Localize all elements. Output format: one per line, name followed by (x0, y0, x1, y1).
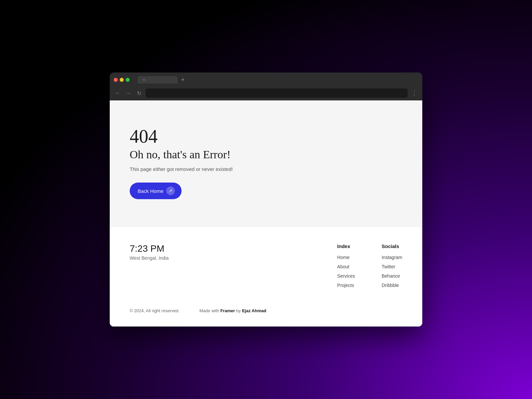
footer-instagram-link[interactable]: Instagram (382, 255, 402, 260)
list-item: About (337, 264, 355, 270)
footer-left: 7:23 PM West Bengal, India (130, 243, 169, 261)
browser-menu-button[interactable]: ⋮ (410, 89, 418, 97)
footer-bottom: © 2024, All right reserved. Made with Fr… (130, 308, 402, 313)
error-code: 404 (130, 127, 402, 146)
list-item: Services (337, 273, 355, 279)
footer-about-link[interactable]: About (337, 264, 349, 269)
tab-bar: × + (138, 76, 418, 84)
error-title: Oh no, that's an Error! (130, 148, 402, 161)
list-item: Behance (382, 273, 402, 279)
refresh-nav-button[interactable]: ↻ (135, 89, 143, 97)
footer-projects-link[interactable]: Projects (337, 283, 354, 288)
footer-index-heading: Index (337, 243, 355, 249)
maximize-button[interactable] (126, 78, 130, 82)
error-description: This page either got removed or never ex… (130, 166, 402, 172)
list-item: Home (337, 254, 355, 260)
footer-behance-link[interactable]: Behance (382, 273, 400, 279)
browser-toolbar: ← → ↻ ⋮ (110, 86, 422, 100)
close-button[interactable] (114, 78, 118, 82)
browser-chrome: × + ← → ↻ ⋮ (110, 72, 422, 100)
author-link[interactable]: Ejaz Ahmad (242, 308, 266, 313)
list-item: Projects (337, 282, 355, 288)
browser-titlebar: × + (110, 72, 422, 86)
made-with-text: Made with Framer by Ejaz Ahmad (200, 308, 266, 313)
footer: 7:23 PM West Bengal, India Index Home Ab… (110, 226, 422, 327)
browser-window: × + ← → ↻ ⋮ 404 Oh no, that's an Error! … (110, 72, 422, 327)
forward-nav-button[interactable]: → (124, 89, 132, 97)
footer-index-list: Home About Services Projects (337, 254, 355, 288)
back-nav-button[interactable]: ← (114, 89, 122, 97)
page-content: 404 Oh no, that's an Error! This page ei… (110, 100, 422, 327)
minimize-button[interactable] (120, 78, 124, 82)
address-bar[interactable] (146, 88, 408, 98)
footer-nav: Index Home About Services Projects Socia… (337, 243, 402, 288)
main-area: 404 Oh no, that's an Error! This page ei… (110, 100, 422, 226)
footer-index-col: Index Home About Services Projects (337, 243, 355, 288)
footer-home-link[interactable]: Home (337, 255, 349, 260)
copyright-text: © 2024, All right reserved. (130, 308, 180, 313)
framer-link[interactable]: Framer (220, 308, 235, 313)
made-with-middle: by (235, 308, 242, 313)
footer-socials-heading: Socials (382, 243, 402, 249)
current-time: 7:23 PM (130, 243, 169, 254)
footer-top: 7:23 PM West Bengal, India Index Home Ab… (130, 243, 402, 288)
back-home-label: Back Home (138, 188, 164, 194)
list-item: Dribbble (382, 282, 402, 288)
browser-tab[interactable]: × (138, 76, 178, 83)
current-location: West Bengal, India (130, 255, 169, 261)
traffic-lights (114, 78, 130, 82)
footer-socials-list: Instagram Twitter Behance Dribbble (382, 254, 402, 288)
footer-dribbble-link[interactable]: Dribbble (382, 283, 399, 288)
made-with-prefix: Made with (200, 308, 220, 313)
back-home-button[interactable]: Back Home ↗ (130, 183, 182, 199)
list-item: Twitter (382, 264, 402, 270)
tab-close-icon[interactable]: × (142, 77, 146, 82)
footer-socials-col: Socials Instagram Twitter Behance Dribbb… (382, 243, 402, 288)
footer-services-link[interactable]: Services (337, 273, 355, 279)
list-item: Instagram (382, 254, 402, 260)
arrow-icon: ↗ (166, 187, 175, 195)
footer-twitter-link[interactable]: Twitter (382, 264, 395, 269)
new-tab-button[interactable]: + (179, 76, 187, 84)
